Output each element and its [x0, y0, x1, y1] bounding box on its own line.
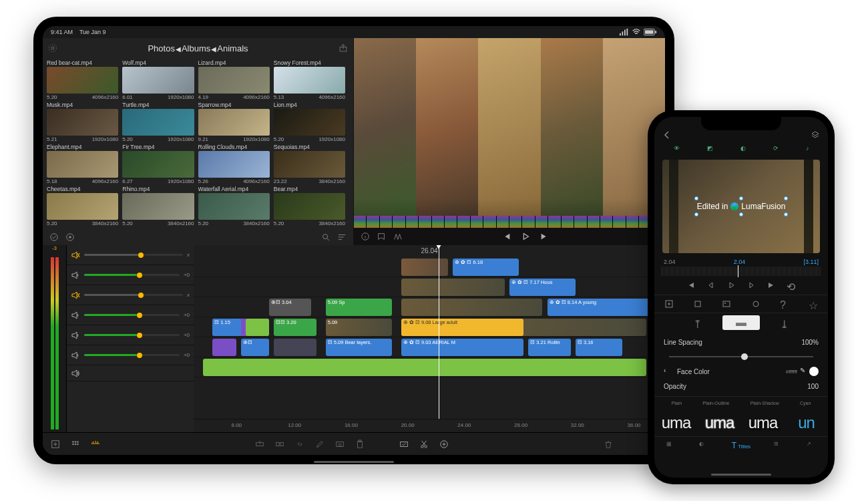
- volume-slider[interactable]: [84, 274, 180, 276]
- track-header[interactable]: +0: [67, 345, 194, 365]
- phone-preview[interactable]: Edited in LumaFusion: [662, 160, 820, 253]
- trash-icon[interactable]: [604, 440, 613, 449]
- goto-start-icon[interactable]: [686, 281, 696, 290]
- title-preset[interactable]: Plain-Shadow: [750, 401, 779, 405]
- timeline-clip[interactable]: [246, 319, 269, 336]
- insert-icon[interactable]: [255, 440, 264, 449]
- timeline-clip[interactable]: ⊡ 3.16: [576, 339, 623, 356]
- media-thumbnail[interactable]: Rhino.mp4 5.203840x2160: [122, 186, 194, 226]
- preview-filmstrip[interactable]: [354, 38, 665, 216]
- volume-slider[interactable]: [84, 254, 183, 256]
- marker-icon[interactable]: [377, 232, 386, 241]
- record-icon[interactable]: [65, 232, 75, 242]
- chevron-left-icon[interactable]: ‹: [664, 367, 673, 376]
- timeline-clip[interactable]: ⊡ 3.21 Rollin: [528, 339, 571, 356]
- timeline-clip[interactable]: ⊕ ✿ ⊡ 7.17 Hous: [509, 279, 576, 296]
- timeline-track[interactable]: [194, 357, 665, 377]
- media-thumbnail[interactable]: Sequoias.mp4 23.223840x2160: [274, 144, 345, 184]
- timeline-clip[interactable]: ⊕ ✿ ⊡ 9.08 Large adult: [401, 319, 524, 336]
- timeline-track[interactable]: ⊕⊡ 3.045.09 Sp⊕ ✿ ⊡ 8.14 A young: [194, 297, 665, 317]
- overwrite-icon[interactable]: [275, 440, 284, 449]
- media-thumbnail[interactable]: Fir Tree.mp4 6.271920x1080: [122, 144, 194, 184]
- volume-slider[interactable]: [84, 334, 180, 336]
- waveform-icon[interactable]: [91, 440, 100, 449]
- track-header[interactable]: x: [67, 285, 194, 305]
- eyedropper-icon[interactable]: ✎: [800, 367, 809, 376]
- cut-icon[interactable]: [419, 440, 429, 449]
- tab-4-icon[interactable]: ⊞: [774, 441, 783, 450]
- eye-icon[interactable]: 👁: [674, 145, 680, 152]
- align-bottom-icon[interactable]: ⤓: [780, 318, 789, 327]
- mute-icon[interactable]: [71, 251, 80, 260]
- timeline-track[interactable]: ⊕⊡⊡ 5.09 Bear layers.⊕ ✿ ⊡ 9.03 AERIAL M…: [194, 337, 665, 357]
- speaker-icon[interactable]: [71, 271, 80, 280]
- timeline-clip[interactable]: ⊕ ✿ ⊡ 8.14 A young: [548, 299, 660, 316]
- audio-icon[interactable]: ♪: [806, 145, 809, 152]
- color-icon[interactable]: ◐: [740, 145, 746, 152]
- tab-1-icon[interactable]: ▦: [666, 441, 676, 450]
- track-header[interactable]: +0: [67, 305, 194, 325]
- breadcrumb[interactable]: Photos◀Albums◀Animals: [63, 43, 333, 53]
- media-thumbnail[interactable]: Bear.mp4 5.203840x2160: [274, 186, 345, 226]
- media-thumbnail[interactable]: Elephant.mp4 5.184096x2160: [47, 144, 118, 184]
- clipboard-icon[interactable]: [355, 440, 365, 449]
- media-thumbnail[interactable]: Wolf.mp4 6.011920x1080: [122, 59, 194, 100]
- media-thumbnail[interactable]: Cheetas.mp4 5.203840x2160: [47, 186, 118, 226]
- search-icon[interactable]: [321, 232, 331, 242]
- step-fwd-icon[interactable]: [746, 281, 756, 290]
- step-back-icon[interactable]: [706, 281, 716, 290]
- import-icon[interactable]: [339, 43, 348, 53]
- media-thumbnail[interactable]: Turtle.mp4 5.201920x1080: [122, 102, 194, 142]
- volume-slider[interactable]: [84, 314, 180, 316]
- effects-icon[interactable]: [393, 232, 402, 241]
- track-header[interactable]: +0: [67, 265, 194, 285]
- volume-slider[interactable]: [84, 294, 183, 296]
- shape-icon[interactable]: [693, 299, 702, 309]
- media-thumbnail[interactable]: Rolling Clouds.mp4 5.264096x2160: [198, 144, 270, 184]
- add-project-icon[interactable]: [51, 440, 60, 449]
- line-spacing-slider[interactable]: [669, 356, 813, 357]
- speed-icon[interactable]: ⟳: [773, 145, 779, 152]
- add-text-icon[interactable]: [664, 299, 674, 309]
- speaker-icon[interactable]: [71, 351, 80, 360]
- media-thumbnail[interactable]: Waterfall Aerial.mp4 5.203840x2160: [198, 186, 270, 226]
- media-thumbnail[interactable]: Lion.mp4 5.201920x1080: [274, 102, 345, 142]
- title-overlay[interactable]: Edited in LumaFusion: [697, 202, 786, 211]
- back-icon[interactable]: [662, 130, 672, 140]
- speaker-icon[interactable]: [71, 311, 80, 320]
- add-icon[interactable]: [439, 440, 449, 449]
- tab-titles[interactable]: T Titles: [732, 441, 750, 450]
- select-all-icon[interactable]: [49, 232, 59, 242]
- media-thumbnail[interactable]: Musk.mp4 5.211920x1080: [47, 102, 118, 142]
- timeline[interactable]: 26.04 ⊕ ✿ ⊡ 6.18⊕ ✿ ⊡ 7.17 Hous⊕⊡ 3.045.…: [194, 245, 665, 432]
- timeline-clip[interactable]: [212, 339, 236, 356]
- title-preset[interactable]: Plain: [672, 401, 682, 405]
- image-icon[interactable]: [722, 299, 731, 309]
- track-header[interactable]: x: [67, 245, 194, 265]
- media-thumbnail[interactable]: Sparrow.mp4 9.211920x1080: [198, 102, 270, 142]
- skip-forward-icon[interactable]: [539, 232, 549, 241]
- color-swatch[interactable]: [809, 367, 819, 376]
- tab-5-icon[interactable]: ↗: [807, 441, 816, 450]
- preset-preview-strip[interactable]: uma uma uma un: [654, 409, 828, 436]
- mute-icon[interactable]: [71, 291, 80, 300]
- timeline-clip[interactable]: ⊡ 5.09 Bear layers.: [326, 339, 392, 356]
- align-top-icon[interactable]: ⤒: [693, 318, 702, 327]
- layers-icon[interactable]: [811, 130, 820, 140]
- media-thumbnail[interactable]: Snowy Forest.mp4 5.134096x2160: [274, 59, 345, 100]
- phone-ruler[interactable]: [661, 267, 821, 276]
- timeline-clip[interactable]: ⊕⊡ 3.04: [269, 299, 312, 316]
- loop-icon[interactable]: ⟲: [787, 281, 796, 290]
- help-icon[interactable]: ?: [780, 299, 789, 309]
- timeline-clip[interactable]: [274, 339, 316, 356]
- timeline-clip[interactable]: ⊕ ✿ ⊡ 6.18: [453, 259, 519, 276]
- timeline-track[interactable]: ⊕ ✿ ⊡ 6.18: [194, 257, 665, 277]
- timeline-clip[interactable]: ⊕ ✿ ⊡ 9.03 AERIAL M: [401, 339, 524, 356]
- timeline-track[interactable]: ⊕ ✿ ⊡ 7.17 Hous: [194, 277, 665, 297]
- timeline-ruler[interactable]: 8.0012.0016.0020.0024.0028.0032.0036.00: [194, 419, 665, 432]
- library-icon[interactable]: [71, 440, 80, 449]
- skip-back-icon[interactable]: [502, 232, 511, 241]
- playhead[interactable]: [439, 245, 439, 419]
- favorite-icon[interactable]: [335, 440, 345, 449]
- edit-icon[interactable]: [315, 440, 324, 449]
